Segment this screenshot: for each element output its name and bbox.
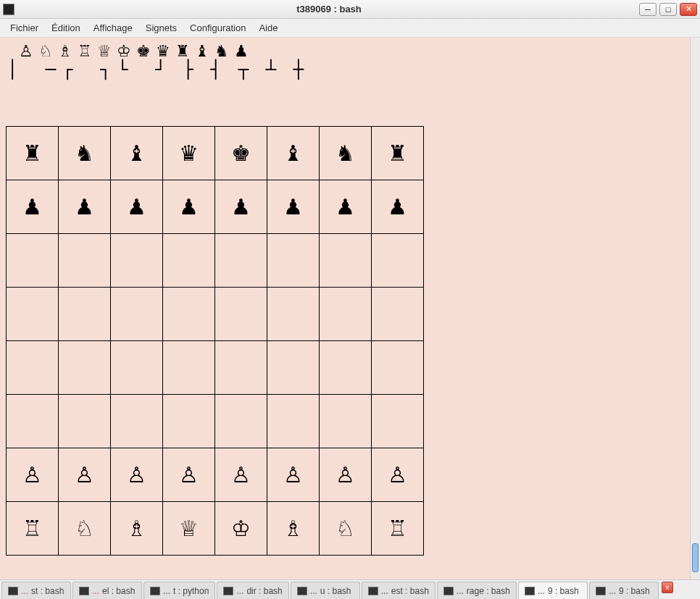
title-bar: t389069 : bash ─ □ ✕ [0,0,700,19]
terminal-tab[interactable]: ...st : bash [1,582,71,599]
tab-label: u : bash [320,586,351,596]
board-cell: ♟ [59,180,111,234]
board-cell [320,234,372,288]
terminal-tab[interactable]: ...dir : bash [217,582,288,599]
menu-configuration[interactable]: Configuration [184,20,251,35]
board-row: ♟♟♟♟♟♟♟♟ [7,180,424,234]
board-cell [267,234,320,288]
board-cell: ♕ [163,502,215,556]
minimize-button[interactable]: ─ [639,3,657,16]
menu-aide[interactable]: Aide [253,20,283,35]
terminal-tab[interactable]: ...rage : bash [437,582,517,599]
chess-piece-glyph: ♘ [36,43,55,59]
board-row [7,341,424,395]
menu-signets[interactable]: Signets [140,20,183,35]
chess-pieces-row: ♙♘♗♖♕♔♚♛♜♝♞♟ [3,42,687,61]
app-icon [3,4,14,15]
box-drawing-glyph: ┤ [200,61,228,90]
board-cell: ♙ [372,448,424,502]
board-cell [111,234,163,288]
board-cell: ♘ [59,502,111,556]
chess-piece-glyph: ♚ [133,43,153,59]
board-cell [163,341,215,395]
tab-close-button[interactable]: × [662,582,673,593]
terminal-icon [223,587,233,595]
terminal-icon [596,587,606,595]
board-cell: ♝ [267,127,320,180]
chess-piece-glyph: ♖ [75,43,94,59]
menu-edition[interactable]: Édition [46,20,86,35]
board-row [7,395,424,448]
terminal-tab[interactable]: ...u : bash [291,582,360,599]
board-cell: ♙ [320,448,372,502]
close-button[interactable]: ✕ [680,3,697,16]
board-cell: ♛ [163,127,215,180]
terminal-tab[interactable]: ...el : bash [72,582,142,599]
terminal-output[interactable]: ♙♘♗♖♕♔♚♛♜♝♞♟ │ ─┌ ┐└ ┘ ├ ┤ ┬ ┴ ┼ ♜♞♝♛♚♝♞… [0,38,690,579]
tab-prefix: ... [538,586,545,596]
board-cell: ♗ [267,502,320,556]
box-drawing-glyph: ┐ [90,61,117,90]
board-row [7,288,424,341]
board-cell [320,341,372,395]
chess-piece-glyph: ♔ [114,43,133,59]
tab-label: 9 : bash [619,586,650,596]
terminal-tab[interactable]: ...est : bash [362,582,436,599]
terminal-icon [150,587,160,595]
tab-prefix: ... [92,586,99,596]
menu-affichage[interactable]: Affichage [88,20,138,35]
board-cell [111,341,163,395]
terminal-icon [525,587,535,595]
board-row: ♖♘♗♕♔♗♘♖ [7,502,424,556]
board-cell: ♜ [372,127,424,180]
box-drawing-row: │ ─┌ ┐└ ┘ ├ ┤ ┬ ┴ ┼ [3,61,687,90]
board-cell: ♙ [163,448,215,502]
board-cell: ♟ [163,180,215,234]
chess-piece-glyph: ♛ [153,43,172,59]
board-cell [59,234,111,288]
menu-bar: Fichier Édition Affichage Signets Config… [0,19,700,38]
chess-piece-glyph: ♗ [55,43,75,59]
board-cell [7,234,59,288]
terminal-icon [368,587,378,595]
board-cell [111,288,163,341]
terminal-tab[interactable]: ...9 : bash [518,582,588,599]
box-drawing-glyph: ┘ [145,61,172,90]
scrollbar-thumb[interactable] [692,543,699,572]
window-buttons: ─ □ ✕ [639,3,697,16]
window-title: t389069 : bash [19,4,639,14]
board-cell [215,234,267,288]
chess-piece-glyph: ♙ [16,43,36,59]
board-cell: ♞ [59,127,111,180]
terminal-icon [79,587,89,595]
box-drawing-glyph: ┬ [228,61,255,90]
board-cell [59,341,111,395]
board-cell [267,341,320,395]
board-cell [372,288,424,341]
board-cell: ♙ [59,448,111,502]
terminal-icon [8,587,18,595]
board-cell: ♗ [111,502,163,556]
tab-prefix: ... [310,586,317,596]
tab-label: el : bash [102,586,135,596]
chess-piece-glyph: ♟ [231,43,251,59]
board-cell: ♖ [372,502,424,556]
tab-label: est : bash [391,586,429,596]
tab-prefix: ... [21,586,28,596]
board-row [7,234,424,288]
tab-prefix: ... [236,586,243,596]
board-cell [215,395,267,448]
terminal-tab[interactable]: ...9 : bash [589,582,659,599]
menu-fichier[interactable]: Fichier [4,20,44,35]
maximize-button[interactable]: □ [659,3,677,16]
board-cell [7,288,59,341]
board-cell: ♙ [111,448,163,502]
vertical-scrollbar[interactable] [690,38,700,579]
terminal-tab[interactable]: ...t : python [143,582,215,599]
tab-prefix: ... [381,586,388,596]
chess-piece-glyph: ♕ [94,43,114,59]
box-drawing-glyph: ┼ [283,61,310,90]
board-cell [372,234,424,288]
tab-label: dir : bash [246,586,282,596]
terminal-icon [297,587,307,595]
